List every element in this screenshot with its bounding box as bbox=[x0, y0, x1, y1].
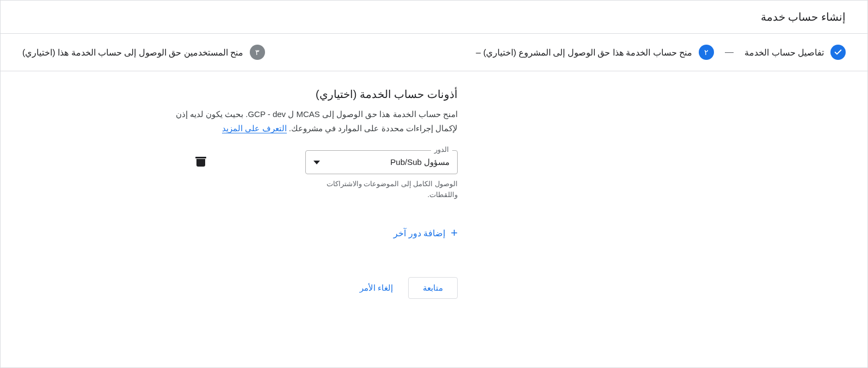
stepper: تفاصيل حساب الخدمة — ٢ منح حساب الخدمة ه… bbox=[1, 34, 867, 71]
add-role-button[interactable]: + إضافة دور آخر bbox=[393, 227, 458, 239]
page-header: إنشاء حساب خدمة bbox=[1, 1, 867, 34]
role-field-column: الدور مسؤول Pub/Sub الوصول الكامل إلى ال… bbox=[305, 150, 458, 200]
add-role-label: إضافة دور آخر bbox=[393, 228, 445, 238]
role-select[interactable]: مسؤول Pub/Sub bbox=[305, 150, 458, 174]
role-field: الدور مسؤول Pub/Sub bbox=[305, 150, 458, 174]
step-3[interactable]: منح المستخدمين حق الوصول إلى حساب الخدمة… bbox=[22, 45, 265, 60]
step-2-label: منح حساب الخدمة هذا حق الوصول إلى المشرو… bbox=[476, 47, 693, 58]
main-content: أذونات حساب الخدمة (اختياري) امنح حساب ا… bbox=[1, 71, 490, 315]
plus-icon: + bbox=[451, 227, 458, 239]
chevron-down-icon bbox=[313, 161, 320, 164]
check-icon bbox=[830, 45, 846, 60]
role-row: الدور مسؤول Pub/Sub الوصول الكامل إلى ال… bbox=[22, 150, 458, 200]
step-separator: — bbox=[725, 47, 734, 57]
role-field-label: الدور bbox=[431, 145, 452, 154]
page-title: إنشاء حساب خدمة bbox=[761, 11, 846, 23]
role-help-text: الوصول الكامل إلى الموضوعات والاشتراكات … bbox=[305, 179, 458, 200]
step-1-label: تفاصيل حساب الخدمة bbox=[744, 47, 824, 58]
desc-text: امنح حساب الخدمة هذا حق الوصول إلى MCAS … bbox=[176, 109, 458, 133]
step-2[interactable]: ٢ منح حساب الخدمة هذا حق الوصول إلى المش… bbox=[476, 45, 715, 60]
step-3-label: منح المستخدمين حق الوصول إلى حساب الخدمة… bbox=[22, 47, 243, 58]
action-row: متابعة إلغاء الأمر bbox=[22, 277, 458, 299]
section-description: امنح حساب الخدمة هذا حق الوصول إلى MCAS … bbox=[175, 107, 458, 135]
trash-icon bbox=[196, 157, 205, 167]
continue-button[interactable]: متابعة bbox=[408, 277, 458, 299]
learn-more-link[interactable]: التعرف على المزيد bbox=[222, 124, 286, 133]
role-value: مسؤول Pub/Sub bbox=[390, 157, 450, 167]
step-1[interactable]: تفاصيل حساب الخدمة bbox=[744, 45, 846, 60]
section-title: أذونات حساب الخدمة (اختياري) bbox=[22, 88, 458, 101]
delete-role-button[interactable] bbox=[191, 151, 211, 174]
step-2-number: ٢ bbox=[699, 45, 714, 60]
cancel-button[interactable]: إلغاء الأمر bbox=[360, 283, 393, 293]
step-3-number: ٣ bbox=[250, 45, 265, 60]
